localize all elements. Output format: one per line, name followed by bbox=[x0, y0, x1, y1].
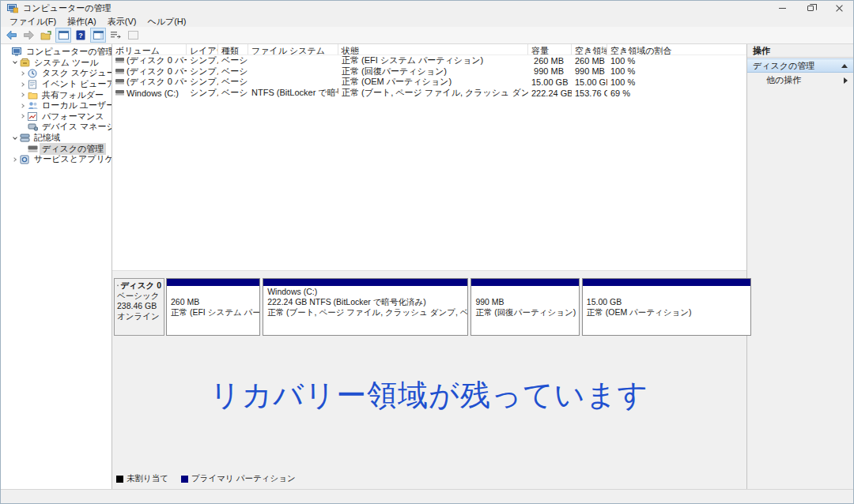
sidebar-item[interactable]: イベント ビューアー bbox=[1, 79, 111, 90]
sidebar-item[interactable]: サービスとアプリケーション bbox=[1, 154, 111, 165]
volume-cell-type: ベーシック bbox=[218, 87, 248, 99]
computer-management-window: コンピューターの管理 ファイル(F)操作(A)表示(V)ヘルプ(H) ? コンピ… bbox=[0, 0, 854, 504]
export-list-icon[interactable] bbox=[108, 28, 123, 43]
menu-item[interactable]: ヘルプ(H) bbox=[142, 16, 191, 27]
volume-row[interactable]: (ディスク 0 パーティション 4)シンプルベーシック正常 (回復パーティション… bbox=[112, 66, 746, 77]
menu-item[interactable]: 操作(A) bbox=[62, 16, 102, 27]
toolbar: ? bbox=[1, 27, 853, 44]
partition-title bbox=[475, 287, 574, 297]
sidebar-item[interactable]: タスク スケジューラ bbox=[1, 68, 111, 79]
actions-panel: 操作 ディスクの管理 他の操作 bbox=[747, 44, 853, 489]
back-arrow-icon[interactable] bbox=[3, 28, 19, 43]
close-button[interactable] bbox=[825, 1, 853, 16]
partition-size: 260 MB bbox=[171, 297, 255, 307]
task-scheduler-icon bbox=[27, 69, 38, 78]
forward-arrow-icon[interactable] bbox=[21, 28, 36, 43]
help-icon[interactable]: ? bbox=[73, 28, 89, 43]
volume-row[interactable]: (ディスク 0 パーティション 1)シンプルベーシック正常 (EFI システム … bbox=[112, 55, 746, 66]
minimize-button[interactable] bbox=[768, 1, 796, 16]
expander-closed-icon[interactable] bbox=[19, 72, 27, 75]
window-pane-toggle-icon[interactable] bbox=[55, 28, 71, 43]
sidebar-item[interactable]: ディスクの管理 bbox=[1, 143, 111, 154]
partition-block[interactable]: 990 MB正常 (回復パーティション) bbox=[470, 278, 579, 336]
partition-color-strip bbox=[167, 279, 259, 286]
properties-icon[interactable] bbox=[125, 28, 141, 43]
volume-cell-volume: Windows (C:) bbox=[112, 88, 187, 98]
legend: 未割り当てプライマリ パーティション bbox=[116, 473, 296, 484]
volume-row[interactable]: (ディスク 0 パーティション 5)シンプルベーシック正常 (OEM パーティシ… bbox=[112, 77, 746, 88]
partition-color-strip bbox=[263, 279, 467, 286]
sidebar-item[interactable]: ローカル ユーザーとグループ bbox=[1, 100, 111, 111]
disk-0-label[interactable]: ディスク 0 ベーシック 238.46 GB オンライン bbox=[114, 278, 164, 336]
sidebar-item[interactable]: 共有フォルダー bbox=[1, 89, 111, 100]
sidebar-item[interactable]: デバイス マネージャー bbox=[1, 122, 111, 133]
column-header[interactable]: 状態 bbox=[338, 44, 528, 55]
column-header[interactable]: ファイル システム bbox=[248, 44, 338, 55]
action-pane-toggle-icon[interactable] bbox=[90, 28, 106, 43]
menu-item[interactable]: 表示(V) bbox=[102, 16, 142, 27]
console-tree: コンピューターの管理 (ローカル)システム ツールタスク スケジューライベント … bbox=[1, 44, 112, 489]
sidebar-item[interactable]: システム ツール bbox=[1, 58, 111, 69]
main-panel: ボリュームレイアウト種類ファイル システム状態容量空き領域空き領域の割合 (ディ… bbox=[112, 44, 747, 489]
disk-name: ディスク 0 bbox=[120, 280, 161, 291]
column-header[interactable]: 容量 bbox=[528, 44, 572, 55]
sidebar-item[interactable]: 記憶域 bbox=[1, 133, 111, 144]
partition-status: 正常 (回復パーティション) bbox=[475, 307, 574, 318]
expander-closed-icon[interactable] bbox=[11, 158, 19, 161]
expander-open-icon[interactable] bbox=[11, 60, 19, 65]
column-header[interactable]: レイアウト bbox=[187, 44, 218, 55]
maximize-button[interactable] bbox=[796, 1, 825, 16]
title-bar: コンピューターの管理 bbox=[1, 1, 853, 16]
column-header[interactable]: 種類 bbox=[218, 44, 248, 55]
partition-info: 15.00 GB正常 (OEM パーティション) bbox=[583, 286, 750, 335]
column-header[interactable]: 空き領域 bbox=[572, 44, 607, 55]
partition-block[interactable]: Windows (C:)222.24 GB NTFS (BitLocker で暗… bbox=[263, 278, 468, 336]
volume-icon bbox=[115, 69, 124, 74]
expander-closed-icon[interactable] bbox=[19, 83, 27, 86]
column-header[interactable]: ボリューム bbox=[112, 44, 187, 55]
volume-cell-layout: シンプル bbox=[187, 87, 218, 99]
storage-icon bbox=[19, 134, 30, 143]
expander-closed-icon[interactable] bbox=[19, 104, 27, 107]
volume-cell-free: 153.76 GB bbox=[572, 88, 607, 98]
volume-cell-volume: (ディスク 0 パーティション 5) bbox=[112, 76, 187, 88]
performance-icon bbox=[27, 111, 38, 121]
volume-cell-filesystem: NTFS (BitLocker で暗号化済み) bbox=[248, 87, 338, 99]
expander-open-icon[interactable] bbox=[11, 136, 19, 141]
partitions: 260 MB正常 (EFI システム パーティション)Windows (C:)2… bbox=[166, 278, 744, 336]
volume-cell-free: 260 MB bbox=[572, 56, 607, 66]
shared-folders-icon bbox=[27, 90, 38, 100]
close-icon bbox=[836, 5, 843, 12]
menu-bar: ファイル(F)操作(A)表示(V)ヘルプ(H) bbox=[1, 16, 853, 27]
expander-closed-icon[interactable] bbox=[19, 115, 27, 118]
disk-icon bbox=[117, 283, 119, 288]
volume-cell-capacity: 990 MB bbox=[528, 66, 572, 76]
more-actions-item[interactable]: 他の操作 bbox=[747, 73, 853, 88]
expander-closed-icon[interactable] bbox=[19, 93, 27, 96]
sidebar-item[interactable]: コンピューターの管理 (ローカル) bbox=[1, 47, 111, 58]
actions-section-disk-management[interactable]: ディスクの管理 bbox=[747, 58, 853, 73]
volume-cell-capacity: 260 MB bbox=[528, 56, 572, 66]
volume-cell-capacity: 15.00 GB bbox=[528, 77, 572, 87]
menu-item[interactable]: ファイル(F) bbox=[4, 16, 62, 27]
partition-title: Windows (C:) bbox=[267, 287, 463, 297]
volume-row[interactable]: Windows (C:)シンプルベーシックNTFS (BitLocker で暗号… bbox=[112, 88, 746, 99]
partition-block[interactable]: 15.00 GB正常 (OEM パーティション) bbox=[582, 278, 751, 336]
volume-icon bbox=[115, 90, 124, 96]
disk-graphical-view: ディスク 0 ベーシック 238.46 GB オンライン 260 MB正常 (E… bbox=[112, 274, 746, 489]
volume-icon bbox=[115, 79, 124, 85]
event-viewer-icon bbox=[27, 80, 38, 89]
volume-list: ボリュームレイアウト種類ファイル システム状態容量空き領域空き領域の割合 (ディ… bbox=[112, 44, 746, 270]
partition-color-strip bbox=[471, 279, 578, 286]
sidebar-item[interactable]: パフォーマンス bbox=[1, 111, 111, 122]
partition-info: 260 MB正常 (EFI システム パーティション) bbox=[167, 286, 259, 335]
show-console-tree-icon[interactable] bbox=[38, 28, 54, 43]
volume-cell-free: 15.00 GB bbox=[572, 77, 607, 87]
column-header[interactable]: 空き領域の割合 bbox=[607, 44, 746, 55]
volume-list-header: ボリュームレイアウト種類ファイル システム状態容量空き領域空き領域の割合 bbox=[112, 44, 746, 55]
legend-label: 未割り当て bbox=[127, 473, 168, 484]
annotation-text: リカバリー領域が残っています bbox=[210, 375, 649, 416]
legend-item: 未割り当て bbox=[116, 473, 168, 484]
legend-swatch bbox=[181, 476, 188, 483]
partition-block[interactable]: 260 MB正常 (EFI システム パーティション) bbox=[166, 278, 260, 336]
